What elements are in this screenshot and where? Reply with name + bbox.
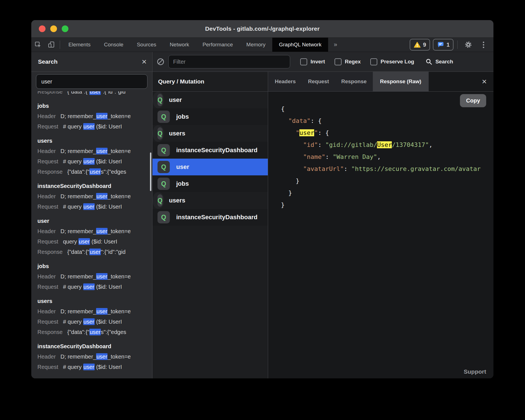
query-type-badge: Q — [157, 161, 170, 173]
result-line-value: # query user ($id: UserI — [63, 318, 122, 325]
code-search-match: user — [299, 129, 314, 136]
result-line-value: D; remember_user_token=e — [61, 193, 131, 200]
result-line-label: Request — [37, 158, 58, 164]
json-code-line: "data": { — [281, 115, 493, 127]
tab-performance[interactable]: Performance — [196, 38, 240, 52]
response-raw-json: {"data": {"user": {"id": "gid://gitlab/U… — [268, 92, 493, 211]
checkbox-invert[interactable]: Invert — [300, 58, 325, 65]
search-section-title: instanceSecurityDashboard — [37, 181, 152, 191]
search-section-title: users — [37, 296, 152, 306]
result-line-label: Header — [37, 308, 56, 314]
device-toolbar-icon — [48, 41, 55, 48]
search-result-line[interactable]: HeaderD; remember_user_token=e — [37, 352, 152, 362]
search-result-line[interactable]: Response{"data":{"user":{"id":"gid — [37, 247, 152, 257]
checkbox-preserve-log[interactable]: Preserve Log — [370, 58, 414, 65]
preserve-log-checkbox-box[interactable] — [370, 58, 377, 65]
response-tabs: HeadersRequestResponseResponse (Raw) — [268, 72, 429, 91]
json-code-line: } — [281, 175, 493, 187]
search-results-list: Response{"data":{"user":{"id":"gidjobsHe… — [31, 91, 152, 378]
query-list-item-instancesecuritydashboard[interactable]: QinstanceSecurityDashboard — [152, 209, 268, 226]
search-result-line[interactable]: Request# query user ($id: UserI — [37, 121, 152, 132]
result-line-value: D; remember_user_token=e — [61, 228, 131, 235]
close-search-panel-button[interactable]: × — [142, 58, 147, 66]
code-search-match: User — [377, 141, 392, 148]
more-tabs-button[interactable]: » — [328, 38, 343, 52]
search-result-line[interactable]: HeaderD; remember_user_token=e — [37, 146, 152, 156]
search-panel-header: Search × — [31, 52, 152, 72]
search-result-line[interactable]: HeaderD; remember_user_token=e — [37, 271, 152, 282]
search-match: user — [83, 158, 95, 165]
tab-graphql-network[interactable]: GraphQL Network — [272, 38, 328, 52]
device-toolbar-button[interactable] — [45, 38, 58, 52]
query-list-item-users[interactable]: Qusers — [152, 125, 164, 142]
tab-console[interactable]: Console — [97, 38, 130, 52]
search-input-row — [31, 72, 152, 91]
regex-checkbox-box[interactable] — [335, 58, 342, 65]
copy-button[interactable]: Copy — [460, 94, 486, 107]
search-input[interactable] — [36, 74, 147, 89]
query-name: instanceSecurityDashboard — [176, 147, 257, 154]
result-line-label: Response — [37, 91, 63, 95]
json-code-line: } — [281, 187, 493, 199]
inspect-element-button[interactable] — [31, 38, 45, 52]
warnings-badge-button[interactable]: 9 — [410, 39, 430, 51]
message-bubble-icon — [437, 41, 444, 48]
tab-network[interactable]: Network — [163, 38, 196, 52]
search-result-line[interactable]: HeaderD; remember_user_token=e — [37, 111, 152, 121]
titlebar: DevTools - gitlab.com/-/graphql-explorer — [31, 20, 493, 38]
devtools-toolbar: ElementsConsoleSourcesNetworkPerformance… — [31, 38, 493, 52]
result-line-label: Request — [37, 123, 58, 130]
query-list-item-users[interactable]: Qusers — [152, 192, 164, 209]
query-name: user — [176, 163, 189, 171]
search-result-line[interactable]: Response{"data":{"user":{"id":"gid — [37, 91, 152, 97]
response-tab-request[interactable]: Request — [302, 72, 335, 91]
clear-requests-button[interactable] — [156, 58, 165, 66]
search-result-line[interactable]: HeaderD; remember_user_token=e — [37, 306, 152, 317]
response-tab-headers[interactable]: Headers — [269, 72, 302, 91]
result-line-label: Request — [37, 238, 58, 245]
search-section-title: users — [37, 136, 152, 146]
search-section-title: jobs — [37, 101, 152, 111]
filter-search-button[interactable]: Search — [425, 58, 453, 65]
query-type-badge: Q — [157, 94, 163, 106]
query-list-item-jobs[interactable]: Qjobs — [152, 108, 268, 125]
search-result-line[interactable]: Request# query user ($id: UserI — [37, 156, 152, 167]
query-list-item-jobs[interactable]: Qjobs — [152, 175, 268, 192]
query-list-item-instancesecuritydashboard[interactable]: QinstanceSecurityDashboard — [152, 142, 268, 159]
tab-elements[interactable]: Elements — [62, 38, 97, 52]
customize-devtools-button[interactable] — [478, 42, 489, 48]
filter-input[interactable] — [168, 55, 290, 68]
tab-sources[interactable]: Sources — [130, 38, 163, 52]
search-panel-title: Search — [38, 58, 58, 65]
result-line-label: Header — [37, 193, 56, 199]
close-response-panel-button[interactable]: × — [482, 72, 493, 91]
search-result-line[interactable]: HeaderD; remember_user_token=e — [37, 226, 152, 237]
settings-button[interactable] — [462, 41, 475, 49]
search-result-line[interactable]: HeaderD; remember_user_token=e — [37, 191, 152, 202]
checkbox-regex[interactable]: Regex — [335, 58, 361, 65]
query-list-item-user[interactable]: Quser — [152, 159, 268, 175]
search-result-line[interactable]: Response{"data":{"users":{"edges — [37, 327, 152, 337]
scrollbar-thumb[interactable] — [150, 152, 151, 191]
response-tab-response-raw[interactable]: Response (Raw) — [373, 72, 429, 91]
search-section-title: user — [37, 216, 152, 226]
search-section-title: jobs — [37, 261, 152, 271]
search-result-line[interactable]: Request# query user ($id: UserI — [37, 317, 152, 327]
search-result-line[interactable]: Requestquery user ($id: UserI — [37, 237, 152, 247]
search-result-line[interactable]: Request# query user ($id: UserI — [37, 362, 152, 372]
result-line-label: Request — [37, 319, 58, 325]
search-result-line[interactable]: Request# query user ($id: UserI — [37, 202, 152, 212]
checkbox-label: Invert — [311, 59, 325, 65]
search-result-line[interactable]: Response{"data":{"users":{"edges — [37, 167, 152, 177]
response-tab-response[interactable]: Response — [335, 72, 373, 91]
issues-badge-button[interactable]: 1 — [433, 39, 454, 51]
invert-checkbox-box[interactable] — [300, 58, 307, 65]
result-line-value: # query user ($id: UserI — [63, 158, 122, 165]
support-link[interactable]: Support — [464, 368, 486, 375]
tab-memory[interactable]: Memory — [240, 38, 272, 52]
result-line-label: Header — [37, 273, 56, 280]
query-list-item-user[interactable]: Quser — [152, 92, 164, 108]
result-line-value: {"data":{"users":{"edges — [67, 168, 126, 175]
query-type-badge: Q — [157, 111, 170, 123]
search-result-line[interactable]: Request# query user ($id: UserI — [37, 282, 152, 292]
